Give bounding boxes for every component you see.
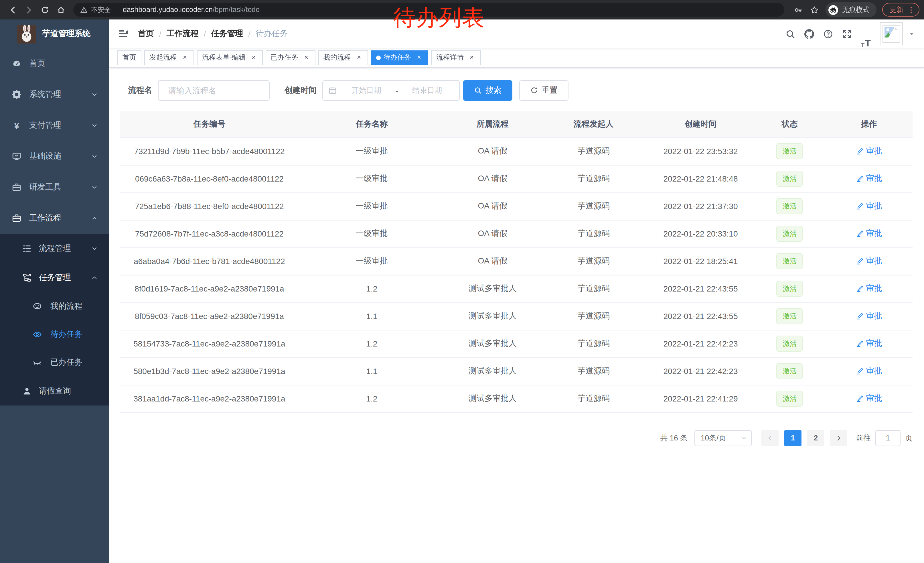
- status-badge: 激活: [777, 281, 803, 297]
- prev-page-button[interactable]: [761, 430, 778, 446]
- tab-close-icon[interactable]: ×: [355, 54, 363, 62]
- approve-link[interactable]: 审批: [856, 311, 882, 321]
- approve-link[interactable]: 审批: [856, 201, 882, 211]
- list-icon: [22, 244, 32, 253]
- not-secure-warning-icon[interactable]: [80, 6, 88, 14]
- approve-link[interactable]: 审批: [856, 393, 882, 404]
- tab-close-icon[interactable]: ×: [302, 54, 310, 62]
- tab-start-process[interactable]: 发起流程×: [144, 50, 194, 65]
- cell-action: 审批: [825, 385, 912, 412]
- sidebar-item-done-task[interactable]: 已办任务: [0, 348, 109, 376]
- hamburger-icon[interactable]: [117, 28, 129, 39]
- sidebar-item-workflow[interactable]: 工作流程: [0, 203, 109, 234]
- page-button-2[interactable]: 2: [807, 430, 824, 446]
- process-name-input[interactable]: [167, 86, 261, 96]
- sidebar-item-label: 已办任务: [50, 357, 82, 368]
- next-page-button[interactable]: [830, 430, 847, 446]
- back-icon[interactable]: [6, 3, 20, 17]
- cell-task-id: 069c6a63-7b8a-11ec-8ef0-acde48001122: [120, 165, 298, 192]
- chat-icon: [33, 302, 42, 311]
- breadcrumb-item-1[interactable]: 工作流程: [166, 29, 199, 39]
- search-button[interactable]: 搜索: [463, 80, 512, 101]
- sidebar-item-process-mgmt[interactable]: 流程管理: [0, 234, 109, 263]
- reload-icon[interactable]: [38, 3, 51, 17]
- page-button-1[interactable]: 1: [784, 430, 801, 446]
- sidebar-item-home[interactable]: 首页: [0, 48, 109, 79]
- tab-process-detail[interactable]: 流程详情×: [431, 50, 481, 65]
- chevron-up-icon: [91, 215, 98, 222]
- sidebar-item-label: 工作流程: [29, 213, 61, 224]
- tab-my-process[interactable]: 我的流程×: [318, 50, 368, 65]
- sidebar-item-label: 请假查询: [39, 386, 71, 396]
- cell-status: 激活: [754, 248, 825, 275]
- goto-page-input[interactable]: [875, 430, 900, 446]
- edit-icon: [856, 284, 864, 293]
- tab-form-edit[interactable]: 流程表单-编辑×: [197, 50, 263, 65]
- status-badge: 激活: [777, 198, 803, 214]
- tab-close-icon[interactable]: ×: [415, 54, 423, 62]
- security-label[interactable]: 不安全: [91, 6, 111, 14]
- approve-link[interactable]: 审批: [856, 173, 882, 183]
- breadcrumb-item-0[interactable]: 首页: [138, 29, 154, 39]
- cell-starter: 芋道源码: [540, 357, 647, 385]
- approve-link[interactable]: 审批: [856, 366, 882, 376]
- tab-close-icon[interactable]: ×: [250, 54, 258, 62]
- help-question-icon[interactable]: [819, 20, 837, 48]
- sidebar-item-task-mgmt[interactable]: 任务管理: [0, 263, 109, 292]
- breadcrumb-separator: /: [249, 29, 251, 38]
- forward-icon[interactable]: [22, 3, 36, 17]
- password-key-icon[interactable]: [791, 3, 805, 17]
- start-date-placeholder[interactable]: 开始日期: [340, 86, 393, 96]
- chevron-down-icon: [91, 184, 98, 191]
- sidebar-item-todo-task[interactable]: 待办任务: [0, 320, 109, 348]
- page-next-icon: [835, 434, 842, 441]
- url-path: /bpm/task/todo: [213, 6, 260, 14]
- home-icon[interactable]: [54, 3, 68, 17]
- reset-button[interactable]: 重置: [519, 80, 568, 101]
- incognito-badge: 无痕模式: [825, 2, 876, 17]
- breadcrumb-item-2[interactable]: 任务管理: [211, 29, 243, 39]
- avatar-caret-down-icon[interactable]: [909, 31, 915, 37]
- sidebar-item-devtools[interactable]: 研发工具: [0, 172, 109, 203]
- table-row: 381aa1dd-7ac8-11ec-a9e2-a2380e71991a1.2测…: [120, 385, 912, 412]
- chevron-up-icon: [91, 274, 98, 281]
- sidebar-item-infrastructure[interactable]: 基础设施: [0, 141, 109, 172]
- approve-link[interactable]: 审批: [856, 228, 882, 239]
- logo[interactable]: 芋道管理系统: [0, 20, 109, 48]
- toolbox-icon: [12, 183, 21, 192]
- tab-done-task[interactable]: 已办任务×: [266, 50, 315, 65]
- approve-link[interactable]: 审批: [856, 256, 882, 266]
- yen-icon: ¥: [12, 121, 21, 130]
- search-icon[interactable]: [781, 20, 800, 48]
- avatar[interactable]: [880, 23, 903, 45]
- bookmark-star-icon[interactable]: [807, 3, 821, 17]
- approve-link[interactable]: 审批: [856, 146, 882, 156]
- approve-link[interactable]: 审批: [856, 338, 882, 348]
- page-size-select[interactable]: 10条/页: [694, 430, 752, 446]
- end-date-placeholder[interactable]: 结束日期: [401, 86, 453, 96]
- navbar-actions: TT: [781, 20, 916, 48]
- sidebar-item-leave-query[interactable]: 请假查询: [0, 376, 109, 405]
- approve-link-label: 审批: [866, 366, 882, 376]
- tab-close-icon[interactable]: ×: [468, 54, 476, 62]
- tab-home[interactable]: 首页: [117, 50, 141, 65]
- sidebar-item-my-process[interactable]: 我的流程: [0, 292, 109, 320]
- sidebar-item-payment[interactable]: ¥支付管理: [0, 110, 109, 141]
- cell-task-id: 8f059c03-7ac8-11ec-a9e2-a2380e71991a: [120, 302, 298, 330]
- update-menu-button[interactable]: 更新: [882, 3, 920, 17]
- font-size-icon[interactable]: TT: [856, 20, 875, 48]
- tab-close-icon[interactable]: ×: [181, 54, 189, 62]
- approve-link[interactable]: 审批: [856, 283, 882, 294]
- table-row: 725a1eb6-7b88-11ec-8ef0-acde48001122一级审批…: [120, 192, 912, 220]
- edit-icon: [856, 174, 864, 182]
- address-bar[interactable]: 不安全 dashboard.yudao.iocoder.cn/bpm/task/…: [73, 3, 784, 17]
- tab-todo-task[interactable]: 待办任务×: [371, 50, 428, 65]
- cell-created-time: 2022-01-21 22:43:55: [647, 275, 754, 302]
- cell-process: OA 请假: [445, 248, 540, 275]
- date-range-picker[interactable]: 开始日期 - 结束日期: [322, 80, 460, 101]
- github-icon[interactable]: [800, 20, 819, 48]
- sidebar-item-system[interactable]: 系统管理: [0, 79, 109, 110]
- fullscreen-icon[interactable]: [837, 20, 856, 48]
- cell-task-name: 1.2: [298, 385, 445, 412]
- table-row: 580e1b3d-7ac8-11ec-a9e2-a2380e71991a1.1测…: [120, 357, 912, 385]
